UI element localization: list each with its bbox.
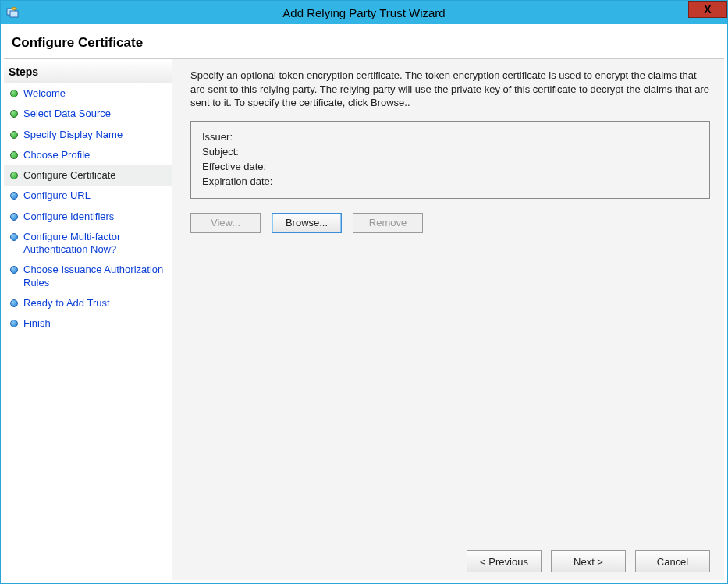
cancel-button[interactable]: Cancel — [635, 550, 710, 572]
window-title: Add Relying Party Trust Wizard — [1, 6, 727, 19]
step-configure-url[interactable]: Configure URL — [4, 186, 172, 206]
previous-button[interactable]: < Previous — [467, 550, 542, 572]
bullet-icon — [10, 192, 18, 200]
step-select-data-source[interactable]: Select Data Source — [4, 104, 172, 124]
close-button[interactable]: X — [688, 1, 727, 18]
cancel-button-label: Cancel — [657, 556, 688, 568]
bullet-icon — [10, 299, 18, 307]
bullet-icon — [10, 266, 18, 274]
step-label: Select Data Source — [23, 108, 111, 120]
close-icon: X — [704, 3, 711, 16]
step-label: Welcome — [23, 87, 66, 100]
bullet-icon — [10, 320, 18, 327]
browse-button-label: Browse... — [286, 217, 328, 228]
step-choose-issuance-rules[interactable]: Choose Issuance Authorization Rules — [4, 260, 172, 293]
step-label: Configure URL — [23, 189, 91, 202]
step-welcome[interactable]: Welcome — [4, 83, 172, 104]
step-label: Configure Multi-factor Authentication No… — [23, 231, 167, 257]
titlebar[interactable]: Add Relying Party Trust Wizard X — [1, 1, 727, 24]
step-label: Choose Profile — [23, 149, 90, 161]
bullet-icon — [10, 151, 18, 159]
step-configure-identifiers[interactable]: Configure Identifiers — [4, 207, 172, 227]
step-ready-to-add-trust[interactable]: Ready to Add Trust — [4, 293, 172, 313]
instruction-text: Specify an optional token encryption cer… — [190, 69, 710, 110]
step-label: Choose Issuance Authorization Rules — [23, 264, 167, 289]
bullet-icon — [10, 131, 18, 139]
main-panel: Specify an optional token encryption cer… — [172, 59, 724, 580]
subject-label: Subject: — [202, 146, 239, 158]
bullet-icon — [10, 233, 18, 241]
step-choose-profile[interactable]: Choose Profile — [4, 145, 172, 165]
steps-sidebar: Steps Welcome Select Data Source Specify… — [4, 59, 172, 580]
view-button: View... — [190, 213, 261, 233]
remove-button: Remove — [353, 213, 423, 233]
bullet-icon — [10, 172, 18, 179]
next-button-label: Next > — [574, 556, 603, 568]
certificate-button-row: View... Browse... Remove — [190, 213, 710, 233]
step-configure-certificate[interactable]: Configure Certificate — [4, 165, 172, 186]
step-specify-display-name[interactable]: Specify Display Name — [4, 125, 172, 145]
wizard-footer: < Previous Next > Cancel — [190, 541, 710, 572]
step-label: Finish — [23, 317, 51, 330]
expiration-date-row: Expiration date: — [202, 174, 698, 189]
step-label: Specify Display Name — [23, 129, 123, 141]
issuer-row: Issuer: — [202, 129, 698, 144]
svg-rect-1 — [10, 11, 18, 17]
step-configure-mfa[interactable]: Configure Multi-factor Authentication No… — [4, 227, 172, 260]
bullet-icon — [10, 110, 18, 118]
step-label: Configure Certificate — [23, 169, 116, 182]
previous-button-label: < Previous — [480, 556, 528, 568]
issuer-label: Issuer: — [202, 131, 233, 143]
step-label: Ready to Add Trust — [23, 297, 110, 310]
wizard-window: Add Relying Party Trust Wizard X Configu… — [0, 0, 728, 584]
remove-button-label: Remove — [369, 217, 407, 228]
certificate-info-box: Issuer: Subject: Effective date: Expirat… — [190, 121, 710, 199]
browse-button[interactable]: Browse... — [272, 213, 342, 233]
wizard-header: Configure Certificate — [1, 24, 727, 58]
wizard-body: Steps Welcome Select Data Source Specify… — [4, 58, 724, 580]
next-button[interactable]: Next > — [551, 550, 626, 572]
app-icon — [5, 5, 20, 19]
page-title: Configure Certificate — [12, 35, 716, 51]
expiration-date-label: Expiration date: — [202, 175, 272, 187]
effective-date-label: Effective date: — [202, 161, 266, 172]
effective-date-row: Effective date: — [202, 159, 698, 174]
bullet-icon — [10, 213, 18, 221]
steps-header: Steps — [4, 62, 172, 83]
bullet-icon — [10, 90, 18, 97]
subject-row: Subject: — [202, 144, 698, 159]
view-button-label: View... — [211, 217, 240, 228]
step-finish[interactable]: Finish — [4, 313, 172, 334]
step-label: Configure Identifiers — [23, 211, 114, 223]
